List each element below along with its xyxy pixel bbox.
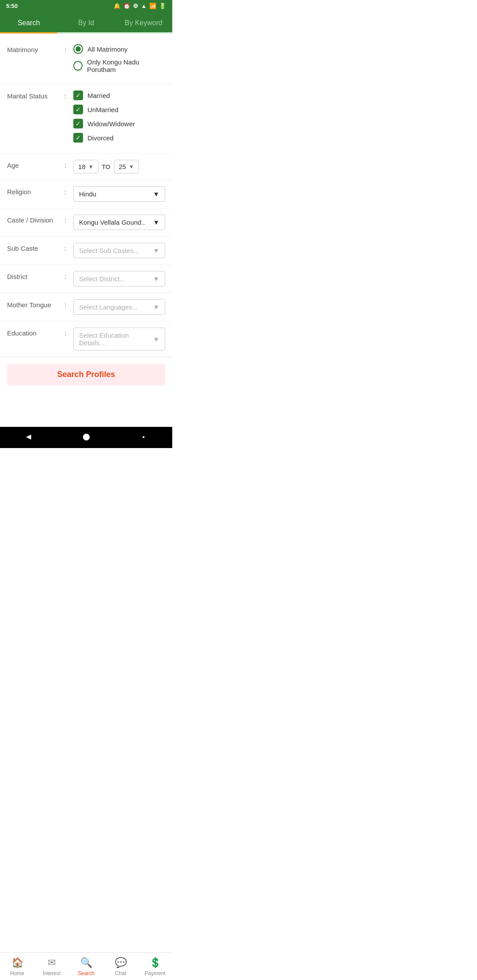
caste-row: Caste / Division : Kongu Vellala Gound..… [0, 208, 172, 237]
top-tabs: Search By Id By Keyword [0, 12, 172, 34]
religion-label: Religion [7, 186, 64, 196]
caste-content: Kongu Vellala Gound.. ▼ [73, 215, 165, 230]
radio-all-matrimony-label: All Matrimony [87, 45, 128, 53]
education-arrow: ▼ [153, 335, 159, 343]
matrimony-colon: : [64, 44, 73, 53]
education-colon: : [64, 328, 73, 337]
checkbox-married-label: Married [87, 92, 110, 99]
tab-by-id[interactable]: By Id [57, 12, 115, 32]
checkbox-divorced[interactable]: ✓ Divorced [73, 133, 165, 143]
sub-caste-content: Select Sub Castes... ▼ [73, 243, 165, 258]
district-colon: : [64, 271, 73, 280]
alarm-icon: ⏰ [123, 3, 130, 9]
radio-all-matrimony[interactable]: All Matrimony [73, 44, 165, 54]
sub-caste-row: Sub Caste : Select Sub Castes... ▼ [0, 237, 172, 265]
caste-dropdown[interactable]: Kongu Vellala Gound.. ▼ [73, 215, 165, 230]
tab-search[interactable]: Search [0, 12, 57, 32]
caste-value: Kongu Vellala Gound.. [79, 219, 145, 226]
system-nav-bar: ◀ ⬤ ▪ [0, 427, 172, 448]
district-dropdown[interactable]: Select District... ▼ [73, 271, 165, 286]
matrimony-options: All Matrimony Only Kongu Nadu Porutham [73, 44, 165, 78]
checkbox-divorced-box[interactable]: ✓ [73, 133, 83, 143]
battery-icon: 🔋 [159, 3, 166, 9]
checkbox-married-box[interactable]: ✓ [73, 90, 83, 100]
checkbox-married[interactable]: ✓ Married [73, 90, 165, 100]
mother-tongue-arrow: ▼ [153, 303, 159, 311]
caste-arrow: ▼ [153, 219, 159, 226]
matrimony-row: Matrimony : All Matrimony Only Kongu Nad… [0, 38, 172, 84]
mother-tongue-label: Mother Tongue [7, 299, 64, 309]
age-to-value: 25 [119, 163, 126, 170]
education-label: Education [7, 328, 64, 337]
search-btn-container: Search Profiles [0, 357, 172, 392]
mother-tongue-colon: : [64, 299, 73, 309]
religion-colon: : [64, 186, 73, 196]
marital-status-options: ✓ Married ✓ UnMarried ✓ Widow/Widower ✓ … [73, 90, 165, 147]
radio-only-kongu[interactable]: Only Kongu Nadu Porutham [73, 58, 165, 73]
signal-icon: 📶 [149, 3, 156, 9]
age-to-label: TO [102, 163, 110, 170]
marital-status-colon: : [64, 90, 73, 100]
education-dropdown[interactable]: Select Education Details... ▼ [73, 328, 165, 351]
checkbox-widow-box[interactable]: ✓ [73, 119, 83, 128]
religion-row: Religion : Hindu ▼ [0, 180, 172, 208]
recent-button[interactable]: ▪ [138, 431, 149, 442]
status-bar: 5:50 🔔 ⏰ ⚙ ▲ 📶 🔋 [0, 0, 172, 12]
mother-tongue-content: Select Languages... ▼ [73, 299, 165, 315]
home-button[interactable]: ⬤ [81, 431, 91, 442]
bell-icon: 🔔 [114, 3, 121, 9]
matrimony-label: Matrimony [7, 44, 64, 53]
age-content: 18 ▼ TO 25 ▼ [73, 160, 165, 173]
age-row: Age : 18 ▼ TO 25 ▼ [0, 154, 172, 180]
religion-value: Hindu [79, 190, 96, 198]
mother-tongue-dropdown[interactable]: Select Languages... ▼ [73, 299, 165, 315]
district-label: District [7, 271, 64, 280]
radio-only-kongu-circle[interactable] [73, 61, 83, 71]
age-from-dropdown[interactable]: 18 ▼ [73, 160, 98, 173]
radio-all-matrimony-circle[interactable] [73, 44, 83, 54]
district-placeholder: Select District... [79, 275, 125, 283]
caste-label: Caste / Division [7, 215, 64, 224]
caste-colon: : [64, 215, 73, 224]
education-content: Select Education Details... ▼ [73, 328, 165, 351]
sub-caste-colon: : [64, 243, 73, 252]
education-row: Education : Select Education Details... … [0, 321, 172, 357]
sub-caste-placeholder: Select Sub Castes... [79, 247, 139, 254]
religion-content: Hindu ▼ [73, 186, 165, 202]
age-from-arrow: ▼ [88, 164, 94, 170]
tab-by-keyword[interactable]: By Keyword [115, 12, 172, 32]
checkbox-divorced-label: Divorced [87, 134, 114, 142]
checkbox-unmarried[interactable]: ✓ UnMarried [73, 105, 165, 114]
age-colon: : [64, 160, 73, 169]
age-from-value: 18 [78, 163, 86, 170]
settings-icon: ⚙ [133, 3, 138, 9]
sub-caste-dropdown[interactable]: Select Sub Castes... ▼ [73, 243, 165, 258]
sub-caste-arrow: ▼ [153, 247, 159, 254]
wifi-icon: ▲ [141, 3, 147, 9]
sub-caste-label: Sub Caste [7, 243, 64, 252]
marital-status-row: Marital Status : ✓ Married ✓ UnMarried ✓… [0, 84, 172, 154]
district-row: District : Select District... ▼ [0, 265, 172, 293]
checkbox-widow-label: Widow/Widower [87, 120, 135, 128]
age-label: Age [7, 160, 64, 169]
age-selector: 18 ▼ TO 25 ▼ [73, 160, 165, 173]
main-content: Matrimony : All Matrimony Only Kongu Nad… [0, 34, 172, 427]
status-time: 5:50 [6, 3, 18, 9]
checkbox-unmarried-label: UnMarried [87, 106, 118, 113]
search-profiles-button[interactable]: Search Profiles [7, 364, 165, 385]
checkbox-widow[interactable]: ✓ Widow/Widower [73, 119, 165, 128]
mother-tongue-row: Mother Tongue : Select Languages... ▼ [0, 293, 172, 321]
district-arrow: ▼ [153, 275, 159, 283]
mother-tongue-placeholder: Select Languages... [79, 303, 138, 311]
marital-status-label: Marital Status [7, 90, 64, 100]
checkbox-unmarried-box[interactable]: ✓ [73, 105, 83, 114]
religion-arrow: ▼ [153, 190, 159, 198]
religion-dropdown[interactable]: Hindu ▼ [73, 186, 165, 202]
radio-only-kongu-label: Only Kongu Nadu Porutham [87, 58, 165, 73]
age-to-arrow: ▼ [129, 164, 134, 170]
age-to-dropdown[interactable]: 25 ▼ [114, 160, 139, 173]
back-button[interactable]: ◀ [23, 431, 34, 442]
district-content: Select District... ▼ [73, 271, 165, 286]
education-placeholder: Select Education Details... [79, 332, 153, 347]
status-icons: 🔔 ⏰ ⚙ ▲ 📶 🔋 [114, 3, 166, 9]
